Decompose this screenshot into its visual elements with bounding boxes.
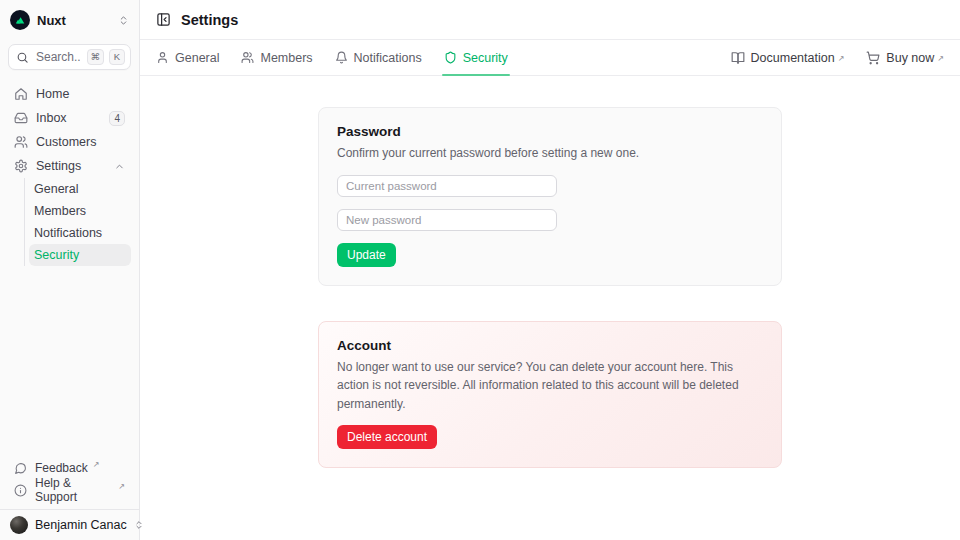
sub-item-label: Security: [34, 248, 79, 262]
collapse-sidebar-icon[interactable]: [156, 12, 171, 27]
sidebar: Nuxt ⌘ K Home Inbox 4: [0, 0, 140, 540]
user-name: Benjamin Canac: [35, 518, 127, 532]
sidebar-item-settings-general[interactable]: General: [29, 178, 131, 200]
documentation-link[interactable]: Documentation ↗: [731, 51, 845, 65]
chevrons-up-down-icon: [118, 15, 129, 26]
sidebar-item-label: Inbox: [36, 111, 67, 125]
tab-notifications[interactable]: Notifications: [335, 40, 422, 75]
account-card-description: No longer want to use our service? You c…: [337, 358, 763, 414]
tab-general[interactable]: General: [156, 40, 219, 75]
password-card-description: Confirm your current password before set…: [337, 144, 763, 163]
cart-icon: [866, 51, 880, 65]
search-icon: [16, 51, 29, 64]
settings-tabbar: General Members Notifications Security: [140, 40, 960, 76]
tab-label: General: [175, 51, 219, 65]
sidebar-item-label: Home: [36, 87, 69, 101]
footer-link-label: Feedback: [35, 461, 88, 475]
shield-icon: [444, 51, 457, 64]
inbox-icon: [14, 111, 28, 125]
tab-label: Notifications: [354, 51, 422, 65]
workspace-selector[interactable]: Nuxt: [0, 0, 139, 40]
sidebar-item-label: Customers: [36, 135, 96, 149]
external-link-icon: ↗: [937, 54, 944, 63]
chat-bubble-icon: [14, 462, 27, 475]
sidebar-spacer: [0, 266, 139, 455]
kbd-meta: ⌘: [87, 49, 105, 65]
gear-icon: [14, 159, 28, 173]
settings-content: Password Confirm your current password b…: [140, 76, 960, 540]
sidebar-item-settings-members[interactable]: Members: [29, 200, 131, 222]
sidebar-nav: Home Inbox 4 Customers Settings: [0, 82, 139, 178]
account-card-title: Account: [337, 338, 763, 353]
sidebar-item-label: Settings: [36, 159, 81, 173]
avatar: [10, 516, 28, 534]
inbox-count-badge: 4: [109, 111, 125, 126]
tab-members[interactable]: Members: [241, 40, 312, 75]
new-password-field[interactable]: [337, 209, 557, 231]
book-icon: [731, 51, 745, 65]
current-password-field[interactable]: [337, 175, 557, 197]
sub-item-label: Notifications: [34, 226, 102, 240]
external-link-icon: ↗: [118, 482, 125, 491]
account-card: Account No longer want to use our servic…: [318, 321, 782, 469]
password-card: Password Confirm your current password b…: [318, 107, 782, 286]
header-links: Documentation ↗ Buy now ↗: [731, 51, 944, 65]
sidebar-item-home[interactable]: Home: [8, 82, 131, 106]
home-icon: [14, 87, 28, 101]
sidebar-item-customers[interactable]: Customers: [8, 130, 131, 154]
sidebar-item-inbox[interactable]: Inbox 4: [8, 106, 131, 130]
sub-item-label: General: [34, 182, 78, 196]
search-input[interactable]: ⌘ K: [8, 44, 131, 70]
update-password-button[interactable]: Update: [337, 243, 396, 267]
search-field[interactable]: [34, 49, 82, 65]
user-menu[interactable]: Benjamin Canac: [0, 509, 139, 540]
sidebar-item-settings-notifications[interactable]: Notifications: [29, 222, 131, 244]
settings-subnav: General Members Notifications Security: [24, 178, 131, 266]
external-link-icon: ↗: [838, 54, 845, 63]
password-card-title: Password: [337, 124, 763, 139]
page-title: Settings: [181, 12, 238, 28]
users-icon: [241, 51, 254, 64]
footer-link-label: Help & Support: [35, 476, 113, 504]
tab-label: Members: [260, 51, 312, 65]
user-icon: [156, 51, 169, 64]
kbd-k: K: [109, 49, 125, 65]
top-link-label: Buy now: [886, 51, 934, 65]
external-link-icon: ↗: [93, 460, 100, 469]
tab-label: Security: [463, 51, 508, 65]
main-area: Settings General Members Notifications S…: [140, 0, 960, 540]
buy-now-link[interactable]: Buy now ↗: [866, 51, 944, 65]
chevron-up-icon: [114, 161, 125, 172]
help-support-link[interactable]: Help & Support ↗: [8, 479, 131, 501]
users-icon: [14, 135, 28, 149]
bell-icon: [335, 51, 348, 64]
nuxt-logo: [10, 10, 30, 30]
workspace-name: Nuxt: [37, 13, 111, 28]
sidebar-item-settings[interactable]: Settings: [8, 154, 131, 178]
tab-security[interactable]: Security: [444, 40, 508, 75]
sub-item-label: Members: [34, 204, 86, 218]
page-header: Settings: [140, 0, 960, 40]
delete-account-button[interactable]: Delete account: [337, 425, 437, 449]
sidebar-footer: Feedback ↗ Help & Support ↗: [0, 455, 139, 509]
info-icon: [14, 484, 27, 497]
top-link-label: Documentation: [751, 51, 835, 65]
sidebar-item-settings-security[interactable]: Security: [29, 244, 131, 266]
